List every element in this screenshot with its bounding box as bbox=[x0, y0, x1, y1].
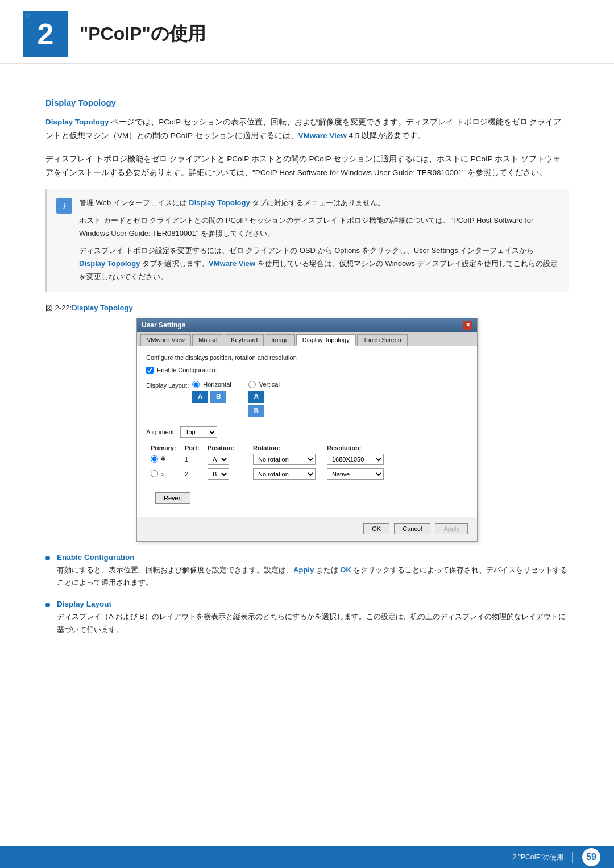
alignment-label: Alignment: bbox=[146, 429, 176, 435]
dialog-close-button[interactable]: ✕ bbox=[463, 321, 472, 330]
rotation-select-2[interactable]: No rotation 90° 180° 270° bbox=[253, 468, 316, 480]
vmware-view-link-1: VMware View bbox=[298, 131, 347, 140]
header-position: Position: bbox=[208, 445, 253, 451]
display-topology-link-2: Display Topology bbox=[189, 198, 250, 207]
horizontal-radio[interactable] bbox=[192, 381, 200, 388]
block-a-horizontal: A bbox=[192, 391, 208, 403]
resolution-select-2[interactable]: Native 1680X1050 bbox=[327, 468, 384, 480]
ok-link: OK bbox=[340, 566, 351, 574]
tab-display-topology[interactable]: Display Topology bbox=[296, 334, 356, 346]
bullet-dot-1 bbox=[45, 556, 50, 560]
position-select-1[interactable]: AB bbox=[208, 454, 229, 465]
display-layout-section: Display Layout: Horizontal A B bbox=[146, 381, 468, 417]
dialog-titlebar: User Settings ✕ bbox=[137, 318, 477, 332]
note-box: i 管理 Web インターフェイスには Display Topology タブに… bbox=[45, 189, 569, 292]
dialog-footer: OK Cancel Apply bbox=[137, 517, 477, 541]
alignment-select[interactable]: Top Center Bottom bbox=[180, 426, 217, 438]
tab-keyboard[interactable]: Keyboard bbox=[225, 334, 264, 346]
dialog-title: User Settings bbox=[142, 321, 185, 329]
chapter-header: 2 "PCoIP"の使用 bbox=[0, 0, 614, 64]
enable-configuration-checkbox[interactable] bbox=[146, 367, 154, 374]
ok-button[interactable]: OK bbox=[363, 523, 389, 534]
horizontal-radio-row: Horizontal bbox=[192, 381, 231, 388]
note-line-1: 管理 Web インターフェイスには Display Topology タブに対応… bbox=[79, 197, 559, 210]
header-primary: Primary: bbox=[151, 445, 185, 451]
enable-configuration-row: Enable Configuration: bbox=[146, 367, 468, 374]
bullet-item-1: Enable Configuration 有効にすると、表示位置、回転および解像… bbox=[45, 553, 569, 590]
horizontal-label: Horizontal bbox=[203, 381, 231, 388]
chapter-title: "PCoIP"の使用 bbox=[80, 22, 206, 47]
para1: Display Topology ページでは、PCoIP セッションの表示位置、… bbox=[45, 115, 569, 143]
header-resolution: Resolution: bbox=[327, 445, 395, 451]
table-row-2: ○ 2 AB No rotation 90° 180° 270° bbox=[146, 468, 468, 480]
primary-radio-btn-1[interactable] bbox=[151, 455, 158, 463]
header-rotation: Rotation: bbox=[253, 445, 327, 451]
vertical-option: Vertical A B bbox=[248, 381, 280, 417]
enable-configuration-label: Enable Configuration: bbox=[157, 367, 217, 373]
section-heading: Display Topology bbox=[45, 98, 569, 107]
port-2: 2 bbox=[185, 471, 208, 477]
tab-vmware-view[interactable]: VMware View bbox=[140, 334, 191, 346]
vmware-view-link-2: VMware View bbox=[209, 259, 255, 268]
vertical-radio-row: Vertical bbox=[248, 381, 280, 388]
bullet-text-2: ディスプレイ（A および B）のレイアウトを横表示と縦表示のどちらにするかを選択… bbox=[57, 610, 569, 637]
table-row-1: ✱ 1 AB No rotation 90° 180° 270° bbox=[146, 454, 468, 465]
resolution-select-1[interactable]: 1680X1050 Native bbox=[327, 454, 384, 465]
dialog-body: Configure the displays position, rotatio… bbox=[137, 346, 477, 517]
rotation-select-1-wrapper: No rotation 90° 180° 270° bbox=[253, 454, 327, 465]
tab-image[interactable]: Image bbox=[265, 334, 295, 346]
note-icon: i bbox=[56, 198, 72, 214]
position-select-1-wrapper: AB bbox=[208, 454, 253, 465]
bullet-title-2: Display Layout bbox=[57, 600, 569, 608]
main-content: Display Topology Display Topology ページでは、… bbox=[0, 86, 614, 670]
primary-radio-1: ✱ bbox=[151, 455, 185, 463]
figure-caption: 図 2-22:Display Topology bbox=[45, 303, 569, 313]
dialog-window: User Settings ✕ VMware View Mouse Keyboa… bbox=[136, 318, 478, 542]
vertical-visual: A B bbox=[248, 391, 280, 417]
note-content: 管理 Web インターフェイスには Display Topology タブに対応… bbox=[79, 197, 559, 284]
page-number: 59 bbox=[582, 848, 600, 866]
tab-mouse[interactable]: Mouse bbox=[192, 334, 223, 346]
display-topology-link-1: Display Topology bbox=[45, 118, 109, 126]
position-select-2[interactable]: AB bbox=[208, 468, 229, 480]
bullet-text-1: 有効にすると、表示位置、回転および解像度を設定できます。設定は、Apply また… bbox=[57, 564, 569, 590]
vertical-label: Vertical bbox=[259, 381, 280, 388]
rotation-select-1[interactable]: No rotation 90° 180° 270° bbox=[253, 454, 316, 465]
chapter-number: 2 bbox=[23, 11, 68, 57]
footer-text: 2 "PCoIP"の使用 59 bbox=[513, 848, 600, 866]
apply-button[interactable]: Apply bbox=[435, 523, 468, 534]
primary-star-2: ○ bbox=[160, 471, 164, 477]
footer-divider bbox=[572, 852, 573, 863]
primary-radio-btn-2[interactable] bbox=[151, 470, 158, 477]
tab-touch-screen[interactable]: Touch Screen bbox=[357, 334, 408, 346]
display-layout-label: Display Layout: bbox=[146, 382, 189, 389]
vertical-radio[interactable] bbox=[248, 381, 256, 388]
resolution-select-2-wrapper: Native 1680X1050 bbox=[327, 468, 395, 480]
revert-area: Revert bbox=[146, 492, 468, 509]
note-line-2: ホスト カードとゼロ クライアントとの間の PCoIP セッションのディスプレイ… bbox=[79, 214, 559, 240]
primary-star-1: ✱ bbox=[160, 455, 165, 463]
cancel-button[interactable]: Cancel bbox=[394, 523, 430, 534]
para2: ディスプレイ トポロジ機能をゼロ クライアントと PCoIP ホストとの間の P… bbox=[45, 152, 569, 180]
dialog-description: Configure the displays position, rotatio… bbox=[146, 354, 468, 361]
resolution-select-1-wrapper: 1680X1050 Native bbox=[327, 454, 395, 465]
note-line-3: ディスプレイ トポロジ設定を変更するには、ゼロ クライアントの OSD から O… bbox=[79, 244, 559, 283]
horizontal-visual: A B bbox=[192, 391, 231, 403]
block-b-vertical: B bbox=[248, 405, 264, 417]
bullet-title-1: Enable Configuration bbox=[57, 553, 569, 562]
apply-link: Apply bbox=[293, 566, 314, 574]
port-1: 1 bbox=[185, 456, 208, 463]
figure-caption-blue: Display Topology bbox=[72, 304, 132, 312]
display-topology-link-3: Display Topology bbox=[79, 259, 140, 268]
bullet-dot-2 bbox=[45, 603, 50, 607]
alignment-row: Alignment: Top Center Bottom bbox=[146, 426, 468, 438]
bullet-item-2: Display Layout ディスプレイ（A および B）のレイアウトを横表示… bbox=[45, 600, 569, 637]
footer-chapter-text: 2 "PCoIP"の使用 bbox=[513, 853, 563, 862]
layout-options: Horizontal A B Vertical bbox=[192, 381, 280, 417]
position-select-2-wrapper: AB bbox=[208, 468, 253, 480]
revert-button[interactable]: Revert bbox=[155, 492, 190, 504]
bullet-content-1: Enable Configuration 有効にすると、表示位置、回転および解像… bbox=[57, 553, 569, 590]
rotation-select-2-wrapper: No rotation 90° 180° 270° bbox=[253, 468, 327, 480]
dialog-tabs: VMware View Mouse Keyboard Image Display… bbox=[137, 332, 477, 346]
block-b-horizontal: B bbox=[210, 391, 226, 403]
